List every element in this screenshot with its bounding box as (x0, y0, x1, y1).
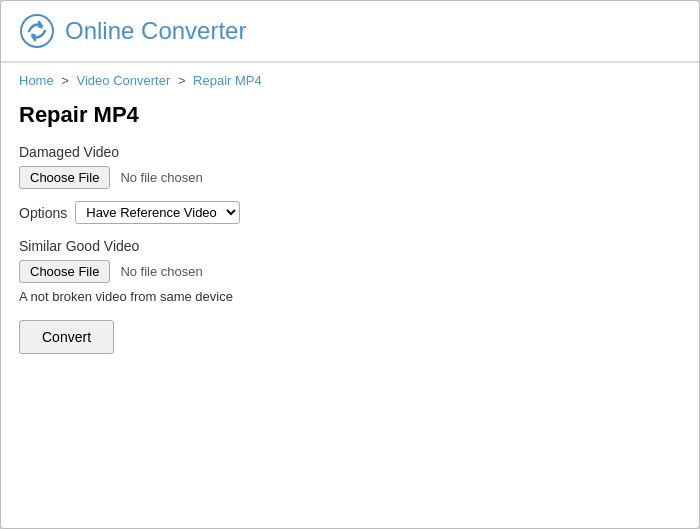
damaged-video-choose-file-button[interactable]: Choose File (19, 166, 110, 189)
similar-video-no-file-text: No file chosen (120, 264, 202, 279)
options-row: Options Have Reference Video No Referenc… (19, 201, 681, 224)
logo-text: Online Converter (65, 17, 246, 45)
options-select[interactable]: Have Reference Video No Reference Video (75, 201, 240, 224)
header: Online Converter (1, 1, 699, 62)
breadcrumb: Home > Video Converter > Repair MP4 (19, 73, 681, 88)
damaged-video-label: Damaged Video (19, 144, 681, 160)
similar-video-label: Similar Good Video (19, 238, 681, 254)
breadcrumb-separator-1: > (61, 73, 69, 88)
damaged-video-file-row: Choose File No file chosen (19, 166, 681, 189)
main-window: Online Converter Home > Video Converter … (0, 0, 700, 529)
convert-button[interactable]: Convert (19, 320, 114, 354)
breadcrumb-current[interactable]: Repair MP4 (193, 73, 262, 88)
online-converter-logo-icon (19, 13, 55, 49)
similar-video-hint: A not broken video from same device (19, 289, 681, 304)
content-area: Home > Video Converter > Repair MP4 Repa… (1, 63, 699, 528)
options-label: Options (19, 205, 67, 221)
svg-point-0 (21, 15, 53, 47)
damaged-video-no-file-text: No file chosen (120, 170, 202, 185)
breadcrumb-video-converter[interactable]: Video Converter (77, 73, 171, 88)
similar-video-choose-file-button[interactable]: Choose File (19, 260, 110, 283)
breadcrumb-home[interactable]: Home (19, 73, 54, 88)
similar-video-file-row: Choose File No file chosen (19, 260, 681, 283)
breadcrumb-separator-2: > (178, 73, 186, 88)
page-title: Repair MP4 (19, 102, 681, 128)
